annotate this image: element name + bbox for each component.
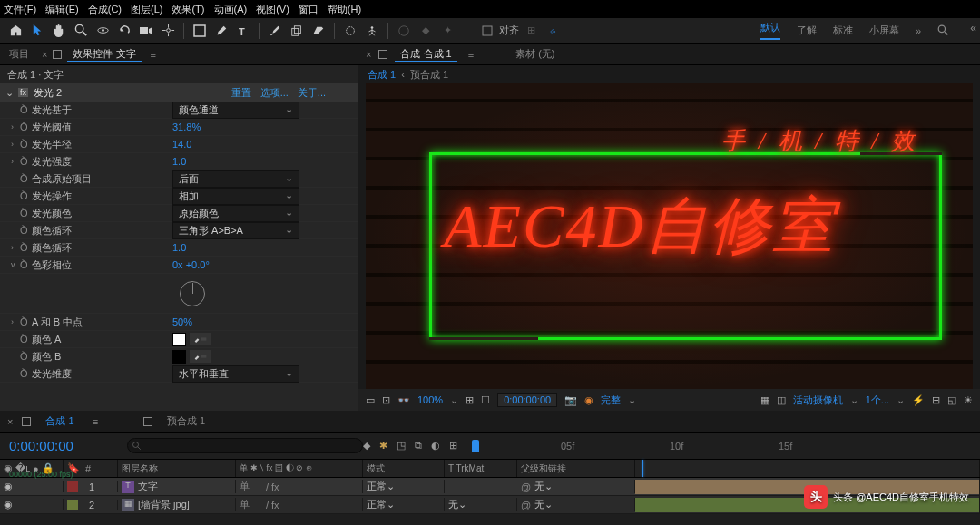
bc-comp[interactable]: 合成 1	[368, 68, 396, 82]
timeline-jump-icon[interactable]: ⊟	[932, 394, 940, 406]
color-mgmt-icon[interactable]: ◉	[584, 394, 593, 406]
twirl-icon[interactable]: ›	[11, 140, 20, 149]
motion-blur-icon[interactable]: ◐	[431, 440, 440, 452]
blend-mode-dropdown[interactable]: 正常⌄	[367, 498, 436, 511]
label-color[interactable]	[67, 500, 78, 510]
stopwatch-icon[interactable]: Ŏ	[20, 225, 32, 236]
puppet-tool-icon[interactable]	[362, 21, 382, 41]
twirl-icon[interactable]: v	[11, 260, 20, 269]
tab-footage[interactable]: 素材 (无)	[510, 47, 560, 61]
twirl-icon[interactable]: ›	[11, 317, 20, 326]
stopwatch-icon[interactable]: Ŏ	[20, 259, 32, 270]
about-link[interactable]: 关于...	[298, 86, 326, 100]
eraser-tool-icon[interactable]	[309, 21, 328, 41]
twirl-icon[interactable]: ⌄	[5, 87, 15, 99]
bc-precomp[interactable]: 预合成 1	[410, 68, 448, 82]
layer-search-input[interactable]	[127, 438, 363, 453]
expand-icon[interactable]: «	[970, 22, 976, 34]
effect-header[interactable]: ⌄ fx 发光 2 重置 选项... 关于...	[0, 83, 358, 102]
viewer-canvas[interactable]: 手 / 机 / 特 / 效 AEC4D自修室	[366, 83, 973, 389]
prop-dropdown[interactable]: 后面⌄	[172, 170, 299, 188]
lock-icon[interactable]	[22, 417, 31, 426]
tab-comp1[interactable]: 合成 1	[40, 414, 79, 428]
workspace-standard[interactable]: 标准	[833, 24, 853, 37]
orbit-tool-icon[interactable]	[93, 21, 113, 41]
search-help-icon[interactable]	[937, 24, 949, 36]
twirl-icon[interactable]: ›	[11, 122, 20, 131]
stopwatch-icon[interactable]: Ŏ	[20, 334, 32, 345]
menu-file[interactable]: 文件(F)	[4, 3, 36, 16]
menu-effect[interactable]: 效果(T)	[172, 3, 204, 16]
cti-head-icon[interactable]	[472, 440, 479, 452]
fx-switch-icon[interactable]: fx	[271, 500, 279, 510]
guides-icon[interactable]: ⊡	[382, 394, 390, 406]
snap-edge-icon[interactable]: ⟐	[543, 21, 563, 41]
prop-dropdown[interactable]: 原始颜色⌄	[172, 205, 299, 222]
mocha-icon[interactable]	[394, 21, 414, 41]
menu-edit[interactable]: 编辑(E)	[45, 3, 79, 16]
eyedropper-icon[interactable]	[190, 350, 211, 363]
tab-effect-controls[interactable]: 效果控件 文字	[67, 47, 141, 62]
snap-icon[interactable]	[477, 21, 497, 41]
eye-icon[interactable]: ◉	[4, 499, 13, 510]
rotate-tool-icon[interactable]	[114, 21, 134, 41]
prop-dropdown[interactable]: 颜色通道⌄	[172, 102, 299, 119]
close-tab-icon[interactable]: ×	[42, 49, 47, 60]
stopwatch-icon[interactable]: Ŏ	[20, 316, 32, 327]
channel-icon[interactable]: ☐	[481, 394, 490, 406]
close-icon[interactable]: ×	[7, 416, 13, 427]
home-icon[interactable]	[5, 21, 25, 41]
cti-line[interactable]	[642, 460, 643, 477]
puppet-pin-icon[interactable]: ✦	[437, 21, 457, 41]
stopwatch-icon[interactable]: Ŏ	[20, 104, 32, 115]
panel-menu-icon[interactable]: ≡	[93, 416, 98, 427]
workspace-default[interactable]: 默认	[760, 21, 780, 40]
pickwhip-icon[interactable]: @	[521, 500, 531, 510]
draft3d-icon[interactable]: ◳	[397, 440, 406, 452]
brush-tool-icon[interactable]	[265, 21, 285, 41]
region-icon[interactable]: ◫	[777, 394, 786, 406]
panel-menu-icon[interactable]: ≡	[151, 49, 156, 60]
layer-name[interactable]: 文字	[138, 480, 158, 493]
flowchart-icon[interactable]: ◱	[947, 394, 956, 406]
menu-comp[interactable]: 合成(C)	[88, 3, 122, 16]
menu-layer[interactable]: 图层(L)	[131, 3, 162, 16]
hand-tool-icon[interactable]	[49, 21, 69, 41]
frame-blend-icon[interactable]: ⧉	[415, 440, 422, 452]
exposure-icon[interactable]: ☀	[964, 394, 973, 406]
menu-anim[interactable]: 动画(A)	[214, 3, 248, 16]
res-icon[interactable]: ⊞	[466, 394, 474, 406]
angle-dial[interactable]	[180, 281, 205, 306]
zoom-value[interactable]: 100%	[417, 394, 443, 405]
text-tool-icon[interactable]: T	[233, 21, 253, 41]
eyedropper-icon[interactable]	[190, 333, 211, 345]
prop-dropdown[interactable]: 水平和垂直⌄	[172, 365, 299, 383]
workspace-small[interactable]: 小屏幕	[869, 24, 899, 37]
views-dropdown[interactable]: 1个...	[866, 394, 889, 407]
blend-mode-dropdown[interactable]: 正常⌄	[367, 480, 436, 493]
lock-icon[interactable]	[378, 50, 387, 59]
fast-preview-icon[interactable]: ⚡	[912, 394, 925, 406]
tab-comp-viewer[interactable]: 合成 合成 1	[395, 47, 456, 62]
shy-icon[interactable]: ✱	[379, 440, 387, 452]
timecode[interactable]: 0:00:00:00	[0, 438, 118, 453]
menu-view[interactable]: 视图(V)	[256, 3, 289, 16]
prop-value[interactable]: 14.0	[172, 139, 191, 150]
grid-icon[interactable]: ▦	[760, 394, 769, 406]
quality-dropdown[interactable]: 完整	[601, 394, 621, 407]
camera-tool-icon[interactable]	[136, 21, 156, 41]
stopwatch-icon[interactable]: Ŏ	[20, 173, 32, 184]
time-ruler[interactable]: 05f 10f 15f	[472, 440, 980, 452]
close-icon[interactable]: ×	[366, 49, 371, 60]
comp-marker-icon[interactable]: ◆	[363, 440, 370, 452]
selection-tool-icon[interactable]	[27, 21, 47, 41]
prop-value[interactable]: 50%	[172, 316, 192, 327]
eye-icon[interactable]: ◉	[4, 481, 13, 492]
stopwatch-icon[interactable]: Ŏ	[20, 242, 32, 253]
tab-precomp[interactable]: 预合成 1	[162, 414, 211, 428]
graph-editor-icon[interactable]: ⊞	[449, 440, 457, 452]
puppet-mesh-icon[interactable]: ◆	[416, 21, 436, 41]
color-swatch[interactable]	[172, 333, 186, 346]
pickwhip-icon[interactable]: @	[521, 481, 531, 492]
reset-link[interactable]: 重置	[231, 86, 251, 100]
